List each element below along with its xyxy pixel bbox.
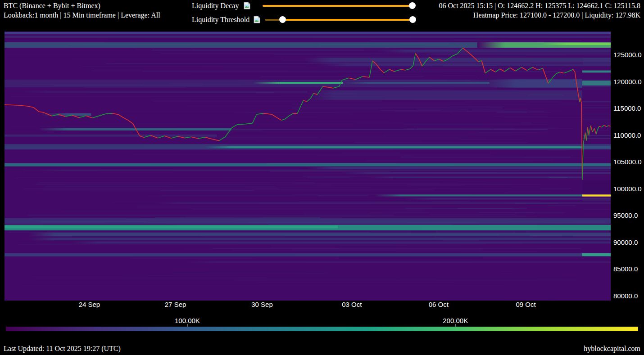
lookback-settings-text: Lookback:1 month | 15 Min timeframe | Le… [4,11,160,19]
x-tick-label: 24 Sep [73,301,105,309]
heatmap-liquidity-readout: Heatmap Price: 127100.0 - 127200.0 | Liq… [473,11,640,19]
liquidity-threshold-label: Liquidity Threshold [192,16,249,24]
last-updated-text: Last Updated: 11 Oct 2025 19:27 (UTC) [4,345,121,353]
slider-handle[interactable] [409,2,416,9]
slider-handle[interactable] [409,16,416,23]
y-tick-label: 125000.0 [613,51,643,59]
y-tick-label: 115000.0 [613,104,643,112]
liquidity-decay-label: Liquidity Decay [192,2,239,10]
y-tick-label: 90000.0 [613,238,643,247]
image-placeholder-icon [243,2,251,9]
ohlc-readout: 06 Oct 2025 15:15 | O: 124662.2 H: 12537… [439,2,641,10]
page-title: BTC (Binance + Bybit + Bitmex) [4,2,100,10]
colorbar-tick-mark [187,324,188,327]
image-placeholder-icon [253,16,261,23]
x-tick-label: 03 Oct [336,301,367,309]
heatmap-canvas[interactable] [5,31,611,301]
colorbar-tick-mark [455,324,456,327]
slider-handle[interactable] [279,16,286,23]
y-tick-label: 105000.0 [613,158,643,166]
site-link[interactable]: hyblockcapital.com [584,345,640,353]
y-tick-label: 100000.0 [613,185,643,193]
y-tick-label: 110000.0 [613,131,643,139]
liquidity-decay-slider[interactable] [263,2,412,9]
colorbar-tick-label: 100.00K [169,317,205,324]
y-tick-label: 95000.0 [613,211,643,220]
liquidity-colorbar [6,327,638,331]
x-tick-label: 06 Oct [423,301,454,309]
liquidation-heatmap-app: BTC (Binance + Bybit + Bitmex) Lookback:… [0,0,644,355]
x-tick-label: 30 Sep [246,301,278,309]
liquidity-decay-track[interactable] [263,5,412,7]
y-tick-label: 85000.0 [613,265,643,273]
y-tick-label: 120000.0 [613,78,643,86]
colorbar-tick-label: 200.00K [437,317,473,324]
y-tick-label: 80000.0 [613,292,643,300]
liquidity-threshold-track[interactable] [282,19,413,21]
liquidity-threshold-slider[interactable] [265,16,413,23]
x-tick-label: 27 Sep [160,301,191,309]
x-tick-label: 09 Oct [510,301,542,309]
